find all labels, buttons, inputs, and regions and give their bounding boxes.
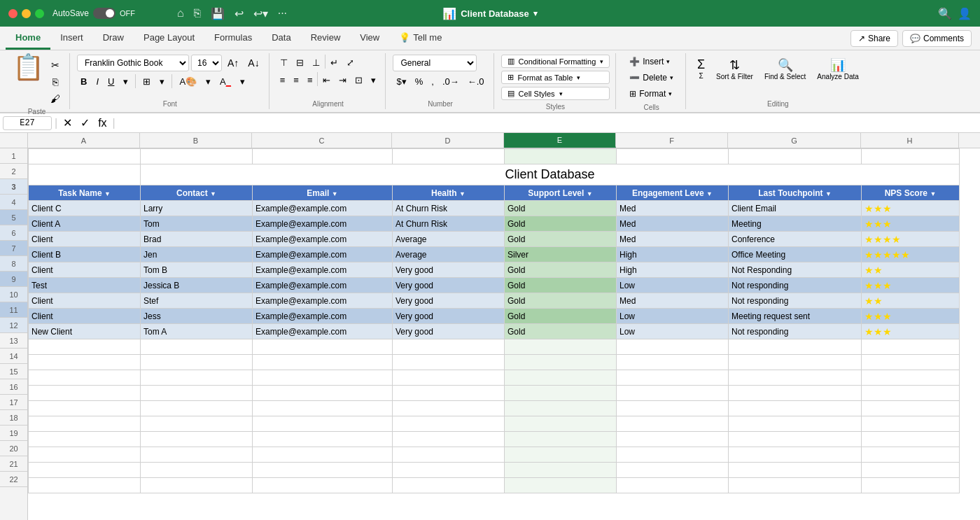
cell-taskname-12[interactable]: New Client (29, 324, 141, 339)
cell-health-11[interactable]: Very good (393, 309, 505, 324)
cell-support-4[interactable]: Gold (505, 201, 617, 216)
cell-d1[interactable] (393, 149, 505, 164)
borders-dropdown[interactable]: ▾ (156, 73, 168, 89)
cell-nps-6[interactable]: ★★★★ (862, 232, 960, 247)
cell-health-8[interactable]: Very good (393, 262, 505, 278)
col-header-g[interactable]: G (728, 133, 861, 148)
cell-touchpoint-5[interactable]: Meeting (729, 216, 862, 232)
filter-icon-3[interactable]: ▼ (332, 190, 338, 197)
title-cell[interactable]: Client Database (141, 164, 960, 185)
row-num-2[interactable]: 2 (0, 164, 27, 179)
row-num-1[interactable]: 1 (0, 148, 27, 164)
cell-a2[interactable] (29, 164, 141, 185)
cell-touchpoint-4[interactable]: Client Email (729, 201, 862, 216)
orientation-button[interactable]: ⤢ (343, 55, 358, 70)
cancel-formula-icon[interactable]: ✕ (60, 115, 75, 131)
tab-page-layout[interactable]: Page Layout (134, 27, 204, 50)
cut-button[interactable]: ✂ (47, 57, 64, 73)
filter-icon-2[interactable]: ▼ (210, 190, 216, 197)
cell-engagement-11[interactable]: Low (617, 309, 729, 324)
filter-icon-8[interactable]: ▼ (930, 190, 936, 197)
cell-taskname-4[interactable]: Client C (29, 201, 141, 216)
format-as-table-button[interactable]: ⊞ Format as Table ▾ (501, 71, 610, 84)
row-num-5[interactable]: 5 (0, 210, 27, 225)
row-num-3[interactable]: 3 (0, 179, 27, 195)
col-header-f[interactable]: F (616, 133, 728, 148)
cell-taskname-10[interactable]: Client (29, 293, 141, 309)
cell-support-6[interactable]: Gold (505, 232, 617, 247)
row-num-22[interactable]: 22 (0, 472, 27, 487)
row-num-10[interactable]: 10 (0, 287, 27, 302)
account-icon[interactable]: 👤 (958, 7, 972, 20)
underline-dropdown[interactable]: ▾ (120, 73, 132, 89)
cell-taskname-9[interactable]: Test (29, 278, 141, 293)
cell-engagement-12[interactable]: Low (617, 324, 729, 339)
col-header-h[interactable]: H (861, 133, 959, 148)
home-icon[interactable]: ⌂ (177, 7, 184, 20)
cell-nps-9[interactable]: ★★★ (862, 278, 960, 293)
cell-styles-button[interactable]: ▤ Cell Styles ▾ (501, 87, 610, 100)
header-email[interactable]: Email ▼ (253, 185, 393, 201)
underline-button[interactable]: U (104, 73, 118, 89)
cell-health-7[interactable]: Average (393, 247, 505, 262)
find-select-button[interactable]: 🔍 Find & Select (760, 55, 810, 83)
cell-nps-8[interactable]: ★★ (862, 262, 960, 278)
cell-taskname-8[interactable]: Client (29, 262, 141, 278)
bold-button[interactable]: B (77, 73, 90, 89)
cell-support-8[interactable]: Gold (505, 262, 617, 278)
row-num-15[interactable]: 15 (0, 364, 27, 379)
tab-review[interactable]: Review (301, 27, 351, 50)
font-color-button[interactable]: A_ (216, 73, 234, 89)
tab-home[interactable]: Home (6, 27, 50, 50)
cell-b1[interactable] (141, 149, 253, 164)
cell-health-5[interactable]: At Churn Risk (393, 216, 505, 232)
align-middle-button[interactable]: ⊟ (293, 55, 307, 70)
italic-button[interactable]: I (92, 73, 102, 89)
row-num-8[interactable]: 8 (0, 256, 27, 272)
formula-input[interactable] (118, 116, 977, 129)
cell-engagement-7[interactable]: High (617, 247, 729, 262)
row-num-11[interactable]: 11 (0, 302, 27, 318)
header-taskname[interactable]: Task Name ▼ (29, 185, 141, 201)
cell-a1[interactable] (29, 149, 141, 164)
cell-email-5[interactable]: Example@example.com (253, 216, 393, 232)
cell-email-6[interactable]: Example@example.com (253, 232, 393, 247)
cell-engagement-10[interactable]: Med (617, 293, 729, 309)
cell-taskname-6[interactable]: Client (29, 232, 141, 247)
cell-health-4[interactable]: At Churn Risk (393, 201, 505, 216)
cell-support-7[interactable]: Silver (505, 247, 617, 262)
cell-support-5[interactable]: Gold (505, 216, 617, 232)
cell-taskname-5[interactable]: Client A (29, 216, 141, 232)
redo-dropdown-icon[interactable]: ↩︎▾ (253, 7, 268, 20)
row-num-18[interactable]: 18 (0, 410, 27, 426)
cell-touchpoint-10[interactable]: Not responding (729, 293, 862, 309)
cell-h1[interactable] (862, 149, 960, 164)
format-table-dropdown-icon[interactable]: ▾ (577, 74, 580, 81)
conditional-dropdown-icon[interactable]: ▾ (600, 58, 603, 65)
cell-nps-7[interactable]: ★★★★★ (862, 247, 960, 262)
undo-icon[interactable]: ↩ (234, 7, 244, 20)
comma-button[interactable]: , (428, 73, 438, 89)
fill-color-button[interactable]: A🎨 (176, 73, 200, 89)
save-icon[interactable]: 💾 (211, 7, 225, 20)
align-left-button[interactable]: ≡ (276, 72, 289, 87)
cell-engagement-8[interactable]: High (617, 262, 729, 278)
accounting-format-button[interactable]: $▾ (393, 73, 410, 89)
sum-button[interactable]: Σ Σ (693, 55, 709, 83)
tab-view[interactable]: View (350, 27, 389, 50)
cell-contact-5[interactable]: Tom (141, 216, 253, 232)
col-header-e[interactable]: E (504, 133, 616, 148)
cell-f1[interactable] (617, 149, 729, 164)
cell-g1[interactable] (729, 149, 862, 164)
cell-email-7[interactable]: Example@example.com (253, 247, 393, 262)
corner-cell[interactable] (0, 133, 28, 148)
share-button[interactable]: ↗Share (850, 30, 898, 47)
cell-reference-input[interactable]: E27 (3, 116, 52, 130)
row-num-17[interactable]: 17 (0, 395, 27, 410)
cell-styles-dropdown-icon[interactable]: ▾ (559, 90, 563, 97)
cell-taskname-7[interactable]: Client B (29, 247, 141, 262)
font-family-select[interactable]: Franklin Gothic Book (77, 55, 189, 71)
cell-health-10[interactable]: Very good (393, 293, 505, 309)
tab-data[interactable]: Data (262, 27, 300, 50)
sort-filter-button[interactable]: ⇅ Sort & Filter (712, 55, 757, 83)
